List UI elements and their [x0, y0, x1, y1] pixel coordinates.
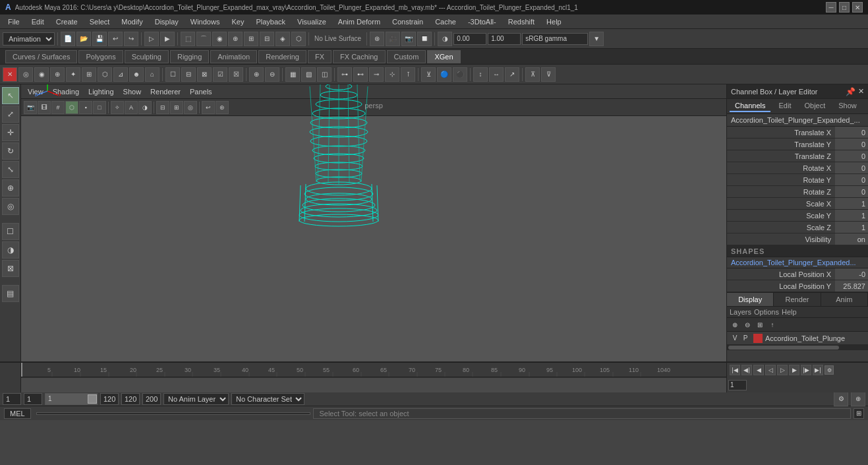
xgen-icon-12[interactable]: ⊟	[181, 67, 196, 82]
layer-btn[interactable]: ▤	[2, 285, 19, 302]
timeline-ruler[interactable]: 5 10 15 20 25 30 35 40 45 50 55 60 65 70	[21, 363, 726, 377]
vp-camera-btn[interactable]: 📷	[24, 101, 37, 114]
xgen-icon-7[interactable]: ⬡	[98, 67, 112, 82]
menu-help[interactable]: Help	[541, 16, 567, 27]
play-back-btn[interactable]: ◁	[765, 365, 776, 375]
range-end-field[interactable]	[121, 393, 140, 405]
menu-anim-deform[interactable]: Anim Deform	[333, 16, 386, 27]
xgen-icon-20[interactable]: ◫	[317, 67, 332, 82]
local-pos-y-value[interactable]: 25.827	[835, 280, 868, 292]
menu-modify[interactable]: Modify	[116, 16, 148, 27]
vp-shade-btn[interactable]: ▪	[79, 101, 92, 114]
xgen-icon-9[interactable]: ☻	[129, 67, 144, 82]
menu-constrain[interactable]: Constrain	[387, 16, 428, 27]
xgen-icon-30[interactable]: ↔	[489, 67, 504, 82]
xgen-icon-10[interactable]: ⌂	[145, 67, 159, 82]
channel-box-close[interactable]: ✕	[858, 87, 864, 96]
cb-tab-object[interactable]: Object	[799, 100, 830, 112]
cb-tab-edit[interactable]: Edit	[773, 100, 796, 112]
lasso-select-btn[interactable]: ⤢	[2, 106, 19, 123]
minimize-button[interactable]: ─	[826, 2, 836, 13]
prev-frame-btn[interactable]: ◀	[753, 365, 764, 375]
local-pos-x-value[interactable]: -0	[835, 268, 868, 280]
menu-visualize[interactable]: Visualize	[292, 16, 332, 27]
translate-x-value[interactable]: 0	[835, 127, 868, 138]
layers-menu-help[interactable]: Help	[782, 308, 797, 316]
xgen-icon-29[interactable]: ↕	[473, 67, 488, 82]
xgen-icon-18[interactable]: ▦	[285, 67, 300, 82]
prev-key-btn[interactable]: ◀|	[741, 365, 752, 375]
preferences-btn[interactable]: ⚙	[834, 392, 848, 406]
layers-scrollbar[interactable]	[727, 345, 868, 350]
tab-custom[interactable]: Custom	[387, 50, 426, 63]
lasso-tool[interactable]: ⌒	[196, 32, 211, 46]
xgen-icon-2[interactable]: ◎	[18, 67, 33, 82]
xgen-icon-21[interactable]: ⊶	[337, 67, 352, 82]
go-start-btn[interactable]: |◀	[730, 365, 740, 375]
vp-menu-panels[interactable]: Panels	[186, 86, 216, 97]
total-frames-field[interactable]	[142, 393, 161, 405]
camera-tool-1[interactable]: ⊛	[370, 32, 384, 46]
current-frame-input[interactable]	[728, 380, 747, 390]
start-frame-field[interactable]	[3, 393, 21, 405]
xgen-icon-5[interactable]: ✦	[66, 67, 80, 82]
xgen-icon-14[interactable]: ☑	[213, 67, 227, 82]
vp-grid-btn[interactable]: #	[51, 101, 65, 114]
layer-visibility-toggle[interactable]: V	[730, 334, 740, 342]
visibility-value[interactable]: on	[835, 233, 868, 245]
playback-options-btn[interactable]: ⚙	[825, 365, 834, 375]
menu-redshift[interactable]: Redshift	[503, 16, 540, 27]
tab-sculpting[interactable]: Sculpting	[125, 50, 169, 63]
layer-up-btn[interactable]: ↑	[767, 319, 778, 330]
xgen-icon-13[interactable]: ⊠	[197, 67, 212, 82]
scale-z-value[interactable]: 1	[835, 222, 868, 233]
maximize-button[interactable]: □	[839, 2, 850, 13]
tool-7[interactable]: ◈	[275, 32, 290, 46]
new-file-button[interactable]: 📄	[61, 32, 75, 46]
vp-undo-btn[interactable]: ↩	[202, 101, 215, 114]
xgen-icon-8[interactable]: ⊿	[113, 67, 128, 82]
channel-box-pin[interactable]: 📌	[846, 87, 855, 96]
xgen-icon-6[interactable]: ⊞	[82, 67, 96, 82]
hotbox-btn[interactable]: ⊕	[851, 392, 865, 406]
xgen-icon-1[interactable]: ✕	[3, 67, 17, 82]
char-set-select[interactable]: No Character Set	[231, 393, 304, 405]
xgen-icon-31[interactable]: ↗	[505, 67, 519, 82]
timeline-track[interactable]	[21, 377, 726, 392]
tab-curves-surfaces[interactable]: Curves / Surfaces	[5, 50, 77, 63]
layer-pickable-toggle[interactable]: P	[740, 334, 751, 342]
tool-5[interactable]: ⊞	[244, 32, 258, 46]
redo-button[interactable]: ↪	[124, 32, 138, 46]
tab-fx-caching[interactable]: FX Caching	[333, 50, 385, 63]
command-line[interactable]	[36, 412, 311, 415]
vp-shadow-btn[interactable]: ◑	[138, 101, 152, 114]
transform-1[interactable]: ▷	[144, 32, 159, 46]
tool-8[interactable]: ⬡	[291, 32, 306, 46]
layers-menu-options[interactable]: Options	[754, 308, 779, 316]
rotate-z-value[interactable]: 0	[835, 186, 868, 197]
open-file-button[interactable]: 📂	[76, 32, 91, 46]
menu-display[interactable]: Display	[150, 16, 184, 27]
frame-range-slider[interactable]: 1	[45, 393, 98, 405]
vp-bbox-btn[interactable]: □	[93, 101, 106, 114]
menu-file[interactable]: File	[3, 16, 25, 27]
vp-aa-btn[interactable]: A	[125, 101, 138, 114]
show-hide-btn[interactable]: ☐	[2, 223, 19, 240]
vp-hud-btn[interactable]: ⊞	[170, 101, 183, 114]
xgen-icon-27[interactable]: 🔵	[437, 67, 451, 82]
rotate-tool-btn[interactable]: ↻	[2, 142, 19, 160]
cb-tab-channels[interactable]: Channels	[730, 100, 770, 112]
move-tool-btn[interactable]: ✛	[2, 124, 19, 141]
current-frame-field[interactable]	[24, 393, 42, 405]
tab-rigging[interactable]: Rigging	[170, 50, 209, 63]
xgen-icon-16[interactable]: ⊕	[249, 67, 264, 82]
tab-display[interactable]: Display	[727, 293, 774, 306]
camera-tool-2[interactable]: 🎥	[386, 32, 400, 46]
menu-windows[interactable]: Windows	[185, 16, 225, 27]
tool-6[interactable]: ⊟	[260, 32, 274, 46]
soft-select-btn[interactable]: ◎	[2, 198, 19, 215]
vp-res-btn[interactable]: ⊟	[156, 101, 169, 114]
universal-manip-btn[interactable]: ⊕	[2, 179, 19, 197]
vp-menu-renderer[interactable]: Renderer	[146, 86, 185, 97]
close-button[interactable]: ✕	[852, 2, 863, 13]
